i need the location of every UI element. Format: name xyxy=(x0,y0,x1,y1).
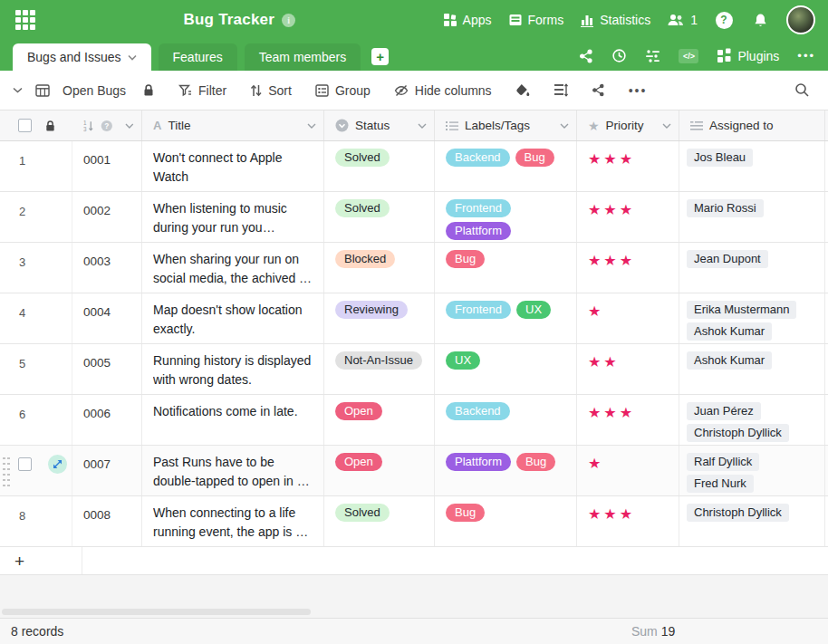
cell-id[interactable]: 0002 xyxy=(72,192,142,242)
tab-features[interactable]: Features xyxy=(159,43,237,71)
cell-labels[interactable]: Bug xyxy=(435,243,577,293)
fill-color-button[interactable] xyxy=(515,83,530,97)
cell-priority[interactable]: ★★ xyxy=(577,344,679,394)
sort-button[interactable]: Sort xyxy=(250,83,292,98)
cell-id[interactable]: 0005 xyxy=(72,344,142,394)
hide-columns-button[interactable]: Hide columns xyxy=(394,83,492,98)
header-autonumber-column[interactable]: 1 3 ? xyxy=(72,111,142,140)
header-priority-column[interactable]: ★ Priority xyxy=(577,111,679,140)
cell-id[interactable]: 0007 xyxy=(72,446,142,495)
cell-labels[interactable]: FrontendUX xyxy=(435,293,577,343)
collapse-views-button[interactable]: Open Bugs xyxy=(13,83,126,98)
cell-id[interactable]: 0006 xyxy=(72,395,142,445)
expand-row-button[interactable] xyxy=(48,455,67,474)
tab-bugs-and-issues[interactable]: Bugs and Issues xyxy=(13,43,151,71)
row-select-cell[interactable]: 4 xyxy=(0,293,72,343)
cell-priority[interactable]: ★★★ xyxy=(577,395,679,445)
tabbar-more-icon[interactable]: ••• xyxy=(797,49,815,62)
cell-title[interactable]: When sharing your run on social media, t… xyxy=(142,243,324,293)
horizontal-scrollbar[interactable] xyxy=(2,609,311,615)
row-select-cell[interactable] xyxy=(0,446,72,495)
info-icon[interactable]: i xyxy=(282,14,295,27)
search-button[interactable] xyxy=(794,82,810,98)
header-labels-column[interactable]: Labels/Tags xyxy=(435,111,577,140)
cell-labels[interactable]: Bug xyxy=(435,496,577,546)
row-select-cell[interactable]: 2 xyxy=(0,192,72,242)
share-base-button[interactable] xyxy=(579,49,593,63)
cell-priority[interactable]: ★★★ xyxy=(577,496,679,546)
cell-title[interactable]: Won't connect to Apple Watch xyxy=(142,141,324,191)
cell-priority[interactable]: ★ xyxy=(577,446,679,495)
collaborators-button[interactable]: 1 xyxy=(667,13,698,27)
forms-button[interactable]: Forms xyxy=(508,13,564,27)
drag-handle-icon[interactable] xyxy=(2,456,12,486)
cell-title[interactable]: Running history is displayed with wrong … xyxy=(142,344,324,394)
cell-labels[interactable]: UX xyxy=(435,344,577,394)
chevron-down-icon[interactable] xyxy=(307,123,316,129)
cell-status[interactable]: Blocked xyxy=(324,243,435,293)
add-table-button[interactable]: + xyxy=(371,48,389,65)
priority-sum[interactable]: Sum 19 xyxy=(631,624,675,639)
cell-id[interactable]: 0004 xyxy=(72,293,142,343)
cell-status[interactable]: Reviewing xyxy=(324,293,435,343)
cell-status[interactable]: Solved xyxy=(324,141,435,191)
cell-id[interactable]: 0008 xyxy=(72,496,142,546)
grid-logo-icon[interactable] xyxy=(14,9,36,31)
chevron-down-icon[interactable] xyxy=(560,123,569,129)
row-select-cell[interactable]: 3 xyxy=(0,243,72,293)
chevron-down-icon[interactable] xyxy=(125,123,134,129)
cell-status[interactable]: Not-An-Issue xyxy=(324,344,435,394)
cell-title[interactable]: When connecting to a life running event,… xyxy=(142,496,324,546)
cell-title[interactable]: When listening to music during your run … xyxy=(142,192,324,242)
cell-status[interactable]: Solved xyxy=(324,496,435,546)
plugins-button[interactable]: Plugins xyxy=(717,48,779,63)
add-row[interactable]: + xyxy=(0,547,828,575)
cell-id[interactable]: 0001 xyxy=(72,141,142,191)
cell-assigned[interactable]: Christoph Dyllick xyxy=(679,496,825,546)
cell-assigned[interactable]: Jos Bleau xyxy=(679,141,825,191)
row-checkbox[interactable] xyxy=(18,457,32,471)
cell-priority[interactable]: ★★★ xyxy=(577,192,679,242)
cell-assigned[interactable]: Jean Dupont xyxy=(679,243,825,293)
row-select-cell[interactable]: 8 xyxy=(0,496,72,546)
cell-priority[interactable]: ★★★ xyxy=(577,243,679,293)
cell-labels[interactable]: PlattformBug xyxy=(435,446,577,495)
cell-labels[interactable]: FrontendPlattform xyxy=(435,192,577,242)
notifications-button[interactable] xyxy=(750,10,770,30)
filter-button[interactable]: Filter xyxy=(178,83,226,98)
statistics-button[interactable]: Statistics xyxy=(580,13,650,27)
row-select-cell[interactable]: 1 xyxy=(0,141,72,191)
tab-team-members[interactable]: Team members xyxy=(245,43,361,71)
group-button[interactable]: Group xyxy=(315,83,371,98)
header-title-column[interactable]: A Title xyxy=(142,111,324,140)
avatar[interactable] xyxy=(786,5,815,34)
cell-labels[interactable]: Backend xyxy=(435,395,577,445)
automation-rules-button[interactable] xyxy=(645,49,660,62)
api-code-icon[interactable]: </> xyxy=(679,49,698,63)
cell-assigned[interactable]: Juan PérezChristoph Dyllick xyxy=(679,395,825,445)
header-assigned-column[interactable]: Assigned to xyxy=(679,111,825,140)
cell-priority[interactable]: ★★★ xyxy=(577,141,679,191)
cell-id[interactable]: 0003 xyxy=(72,243,142,293)
row-select-cell[interactable]: 6 xyxy=(0,395,72,445)
header-status-column[interactable]: Status xyxy=(324,111,435,140)
cell-status[interactable]: Open xyxy=(324,395,435,445)
cell-labels[interactable]: BackendBug xyxy=(435,141,577,191)
cell-title[interactable]: Map doesn't show location exactly. xyxy=(142,293,324,343)
cell-assigned[interactable]: Mario Rossi xyxy=(679,192,825,242)
cell-title[interactable]: Notifications come in late. xyxy=(142,395,324,445)
cell-status[interactable]: Solved xyxy=(324,192,435,242)
toolbar-more-icon[interactable]: ••• xyxy=(629,83,648,98)
cell-title[interactable]: Past Runs have to be double-tapped to op… xyxy=(142,446,324,495)
cell-assigned[interactable]: Ralf DyllickFred NurkKalle Svensson xyxy=(679,446,825,495)
history-button[interactable] xyxy=(611,48,627,63)
chevron-down-icon[interactable] xyxy=(662,123,671,129)
chevron-down-icon[interactable] xyxy=(418,123,427,129)
help-button[interactable]: ? xyxy=(714,10,734,30)
cell-priority[interactable]: ★ xyxy=(577,293,679,343)
cell-assigned[interactable]: Erika MustermannAshok Kumar xyxy=(679,293,825,343)
cell-status[interactable]: Open xyxy=(324,446,435,495)
cell-assigned[interactable]: Ashok Kumar xyxy=(679,344,825,394)
select-all-checkbox[interactable] xyxy=(18,119,32,132)
share-view-button[interactable] xyxy=(592,83,605,97)
